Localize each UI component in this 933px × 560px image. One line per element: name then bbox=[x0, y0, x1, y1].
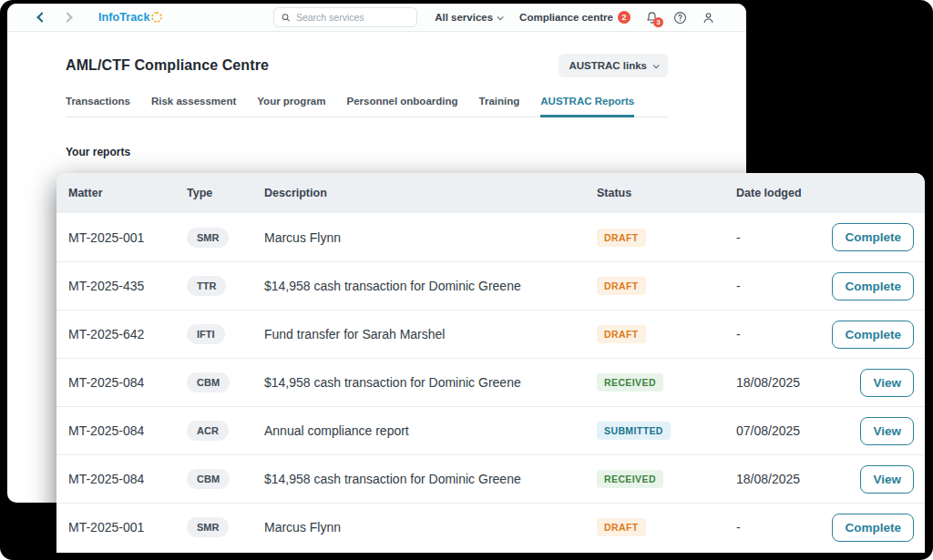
view-button[interactable]: View bbox=[860, 417, 914, 445]
table-row: MT-2025-435 TTR $14,958 cash transaction… bbox=[56, 261, 925, 310]
compliance-centre-badge: 2 bbox=[618, 11, 631, 24]
date-lodged-cell: - bbox=[736, 520, 827, 535]
compliance-centre-label: Compliance centre bbox=[519, 12, 613, 23]
tab-training[interactable]: Training bbox=[479, 92, 520, 117]
description-cell: $14,958 cash transaction for Dominic Gre… bbox=[264, 375, 597, 390]
matter-cell: MT-2025-084 bbox=[68, 472, 187, 486]
table-row: MT-2025-084 ACR Annual compliance report… bbox=[56, 406, 925, 454]
status-badge: SUBMITTED bbox=[597, 422, 671, 440]
infotrack-logo[interactable]: InfoTrack bbox=[98, 11, 162, 24]
status-badge: DRAFT bbox=[597, 229, 646, 247]
type-cell: ACR bbox=[187, 421, 264, 441]
matter-cell: MT-2025-001 bbox=[68, 520, 187, 535]
status-cell: DRAFT bbox=[597, 229, 736, 247]
help-button[interactable] bbox=[673, 11, 687, 25]
description-cell: $14,958 cash transaction for Dominic Gre… bbox=[264, 472, 597, 486]
type-pill: TTR bbox=[187, 276, 226, 296]
action-cell: Complete bbox=[827, 223, 914, 251]
search-input[interactable] bbox=[296, 12, 409, 23]
help-icon bbox=[673, 11, 687, 25]
search-icon bbox=[282, 13, 291, 23]
action-cell: Complete bbox=[827, 272, 914, 300]
date-lodged-cell: - bbox=[736, 279, 827, 293]
topbar: InfoTrack All services Compliance centre… bbox=[7, 4, 746, 32]
date-lodged-cell: - bbox=[736, 327, 827, 341]
view-button[interactable]: View bbox=[860, 465, 914, 494]
table-body: MT-2025-001 SMR Marcus Flynn DRAFT - Com… bbox=[56, 213, 925, 551]
complete-button[interactable]: Complete bbox=[832, 272, 914, 300]
type-pill: SMR bbox=[187, 517, 229, 537]
date-lodged-cell: 07/08/2025 bbox=[736, 423, 827, 438]
status-badge: RECEIVED bbox=[597, 373, 663, 392]
column-header-status: Status bbox=[597, 187, 736, 199]
all-services-label: All services bbox=[435, 12, 493, 23]
description-cell: Marcus Flynn bbox=[264, 520, 597, 535]
type-pill: IFTI bbox=[187, 324, 225, 344]
account-button[interactable] bbox=[702, 11, 715, 25]
action-cell: Complete bbox=[827, 514, 914, 542]
status-cell: RECEIVED bbox=[597, 373, 736, 392]
matter-cell: MT-2025-001 bbox=[68, 230, 187, 245]
screenshot-frame: InfoTrack All services Compliance centre… bbox=[0, 0, 933, 560]
person-icon bbox=[702, 11, 715, 25]
type-cell: SMR bbox=[187, 228, 264, 248]
description-cell: Marcus Flynn bbox=[264, 230, 597, 245]
type-pill: CBM bbox=[187, 469, 230, 489]
action-cell: Complete bbox=[827, 321, 914, 349]
type-pill: SMR bbox=[187, 228, 229, 248]
table-row: MT-2025-001 SMR Marcus Flynn DRAFT - Com… bbox=[56, 503, 925, 551]
type-cell: SMR bbox=[187, 517, 264, 537]
section-heading: Your reports bbox=[66, 146, 668, 158]
column-header-type: Type bbox=[187, 187, 264, 199]
tab-transactions[interactable]: Transactions bbox=[66, 92, 130, 117]
description-cell: $14,958 cash transaction for Dominic Gre… bbox=[264, 279, 597, 293]
date-lodged-cell: - bbox=[736, 230, 827, 245]
chevron-down-icon bbox=[653, 62, 660, 68]
tab-austrac-reports[interactable]: AUSTRAC Reports bbox=[540, 92, 634, 117]
tab-your-program[interactable]: Your program bbox=[257, 92, 325, 117]
logo-orange-circle-icon bbox=[151, 12, 162, 23]
logo-text: InfoTrack bbox=[98, 11, 149, 24]
action-cell: View bbox=[827, 369, 914, 397]
view-button[interactable]: View bbox=[860, 369, 914, 397]
status-cell: RECEIVED bbox=[597, 470, 736, 488]
date-lodged-cell: 18/08/2025 bbox=[736, 375, 827, 390]
chevron-down-icon bbox=[497, 14, 504, 20]
notifications-badge: 3 bbox=[653, 17, 663, 27]
complete-button[interactable]: Complete bbox=[832, 321, 914, 349]
table-row: MT-2025-084 CBM $14,958 cash transaction… bbox=[56, 454, 925, 503]
status-cell: DRAFT bbox=[597, 518, 736, 536]
status-badge: DRAFT bbox=[597, 518, 646, 536]
page-title: AML/CTF Compliance Centre bbox=[66, 57, 269, 74]
complete-button[interactable]: Complete bbox=[832, 514, 914, 542]
complete-button[interactable]: Complete bbox=[832, 223, 914, 251]
column-header-matter: Matter bbox=[68, 187, 187, 199]
matter-cell: MT-2025-435 bbox=[68, 279, 187, 293]
status-cell: DRAFT bbox=[597, 325, 736, 343]
type-pill: ACR bbox=[187, 421, 229, 441]
status-badge: DRAFT bbox=[597, 325, 646, 343]
all-services-menu[interactable]: All services bbox=[435, 12, 502, 23]
austrac-links-button[interactable]: AUSTRAC links bbox=[559, 54, 668, 77]
austrac-links-label: AUSTRAC links bbox=[569, 60, 647, 71]
notifications-button[interactable]: 3 bbox=[645, 11, 659, 25]
column-header-date-lodged: Date lodged bbox=[736, 187, 827, 199]
reports-table-card: Matter Type Description Status Date lodg… bbox=[56, 173, 925, 553]
description-cell: Fund transfer for Sarah Marshel bbox=[264, 327, 597, 341]
status-cell: DRAFT bbox=[597, 277, 736, 295]
table-row: MT-2025-084 CBM $14,958 cash transaction… bbox=[56, 358, 925, 406]
table-row: MT-2025-001 SMR Marcus Flynn DRAFT - Com… bbox=[56, 213, 925, 261]
back-arrow-icon[interactable] bbox=[36, 12, 46, 22]
date-lodged-cell: 18/08/2025 bbox=[736, 472, 827, 486]
type-cell: IFTI bbox=[187, 324, 264, 344]
page-content: AML/CTF Compliance Centre AUSTRAC links … bbox=[7, 54, 746, 158]
forward-arrow-icon[interactable] bbox=[62, 12, 72, 22]
compliance-centre-menu[interactable]: Compliance centre 2 bbox=[519, 11, 631, 24]
status-badge: RECEIVED bbox=[597, 470, 663, 488]
action-cell: View bbox=[827, 417, 914, 445]
tab-risk-assessment[interactable]: Risk assessment bbox=[151, 92, 236, 117]
search-services-box[interactable] bbox=[273, 7, 417, 27]
matter-cell: MT-2025-084 bbox=[68, 423, 187, 438]
tab-personnel-onboarding[interactable]: Personnel onboarding bbox=[346, 92, 457, 117]
matter-cell: MT-2025-642 bbox=[68, 327, 187, 341]
